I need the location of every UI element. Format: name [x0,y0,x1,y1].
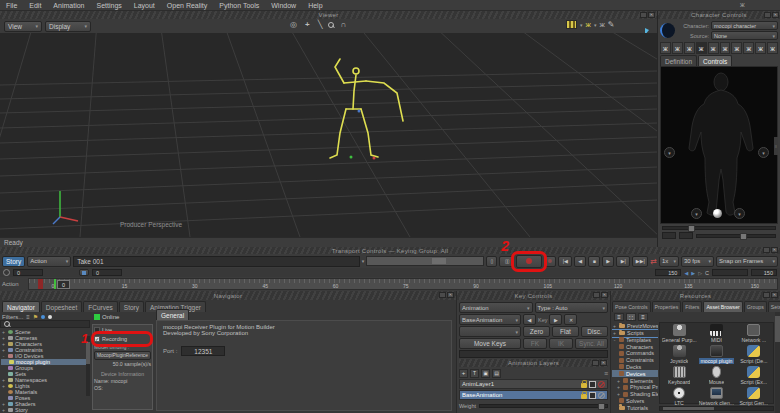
sync-all-button[interactable]: Sync. All [575,338,608,349]
tree-scripts[interactable]: +Scripts [612,330,658,337]
slider-field-a[interactable] [662,232,676,239]
model-binding-dropdown[interactable]: MocopiPluginReference▾ [94,351,151,360]
tab-story[interactable]: Story [119,301,144,312]
action-dropdown[interactable]: Action▾ [27,256,71,267]
zoom-icon[interactable] [328,22,334,28]
pose-icon-8[interactable]: ж [743,42,754,54]
skeleton-display-icon[interactable]: ж [586,20,591,29]
viewer-close-icon[interactable]: ✕ [648,12,655,18]
detail-view-icon[interactable]: ≡ [638,313,648,321]
pencil-icon[interactable]: ✎ [608,20,615,29]
cc-restore-icon[interactable] [764,12,771,18]
playhead[interactable] [54,279,56,290]
source-dropdown[interactable]: None▾ [711,31,778,40]
panel-splitter[interactable]: ≡ [774,137,778,155]
menu-file[interactable]: File [4,2,19,9]
tab-pose-controls[interactable]: Pose Controls [612,301,651,312]
zero-button[interactable]: Zero [523,326,550,337]
asset-grid-hscrollbar[interactable] [659,406,774,411]
start-frame-field[interactable]: 0 [13,269,43,276]
cc-close-icon[interactable]: ✕ [772,12,779,18]
asset-network-client[interactable]: Network clien... [698,387,734,408]
filter-list-icon[interactable]: ≡ [26,314,30,320]
viewport[interactable]: Producer Perspective [0,33,657,237]
tab-filters[interactable]: Filters [682,301,702,312]
start-frame-field-2[interactable]: 0 [92,269,122,276]
character-slider[interactable] [662,226,776,230]
pose-icon-6[interactable]: ж [720,42,731,54]
asset-script-example[interactable]: Script (Ex... [736,366,772,387]
filter-flag-icon[interactable]: ⚑ [33,313,38,320]
list-view-icon[interactable]: ≡ [614,313,624,321]
icon-view-icon[interactable]: ∷ [626,313,636,321]
scrub-bar[interactable] [366,256,484,266]
loop-icon[interactable]: ⇄ [650,257,657,266]
stop-button[interactable]: ■ [588,256,600,267]
range-toggle-button[interactable] [79,269,89,276]
center-field[interactable] [712,269,748,276]
delete-key-button[interactable]: ✕ [564,314,577,325]
pose-icon-1[interactable]: ж [660,42,671,54]
take-caret-icon[interactable]: ▾ [362,258,365,264]
reference-sphere[interactable] [713,209,722,218]
resources-vscrollbar[interactable] [775,312,780,413]
new-layer-icon[interactable]: + [459,369,468,378]
goto-start-button[interactable]: |◀ [558,256,572,267]
goto-end-button[interactable]: ▶▶| [632,256,648,267]
character-icon[interactable]: ж [599,20,604,29]
menu-settings[interactable]: Settings [94,2,123,9]
tab-asset-browser[interactable]: Asset Browser [703,301,742,312]
dual-view-toggle[interactable]: ▯▯ [499,256,514,267]
character-representation[interactable]: ▾ ▾ ▾ ▾ ≡ [660,66,778,224]
layer-row-baseanimation[interactable]: BaseAnimation [459,390,608,400]
res-restore-icon[interactable] [763,292,770,298]
asset-script-generic[interactable]: Script Gen... [736,387,772,408]
slider-field-b[interactable] [679,232,693,239]
tab-sets[interactable]: Sets [768,301,780,312]
fps-dropdown[interactable]: 30 fps▾ [681,256,714,267]
range-play-icon[interactable]: ▷ [698,270,702,276]
asset-midi[interactable]: MIDI [698,324,734,345]
pose-icon-2[interactable]: ж [672,42,683,54]
tree-decks[interactable]: Decks [612,364,658,371]
flip-right-foot-button[interactable]: ▾ [734,208,745,219]
keying-group-dropdown[interactable]: Animation▾ [459,302,533,313]
tree-physical-properties[interactable]: +Physical Properties [612,384,658,391]
single-view-toggle[interactable]: ▯ [486,256,497,267]
menu-edit[interactable]: Edit [27,2,43,9]
orbit-icon[interactable]: ◎ [288,20,299,29]
range-next-icon[interactable]: ▶ [691,270,695,276]
tree-commands[interactable]: Commands [612,350,658,357]
next-key-button[interactable]: ▶ [549,314,562,325]
layer-mute-icon[interactable] [598,392,605,399]
recording-row[interactable]: ✓ Recording 1 [94,335,151,343]
take-start-marker[interactable] [38,279,43,290]
navigator-close-icon[interactable]: ✕ [447,292,454,298]
tab-definition[interactable]: Definition [660,55,697,66]
tree-devices[interactable]: Devices [612,370,658,377]
prev-frame-button[interactable]: ◀ [574,256,586,267]
asset-network[interactable]: Network ... [736,324,772,345]
character-dropdown[interactable]: mocopi character▾ [711,21,778,30]
al-close-icon[interactable]: ✕ [600,360,607,366]
menu-animation[interactable]: Animation [51,2,86,9]
pose-icon-3[interactable]: ж [684,42,695,54]
layer-dropdown[interactable]: BaseAnimation▾ [459,314,521,325]
layer-menu-icon[interactable]: ≡ [604,370,608,377]
asset-general-purpose[interactable]: General Purp... [661,324,697,345]
key-type-dropdown[interactable]: Type : Auto▾ [535,302,609,313]
layer-solo-icon[interactable] [589,381,596,388]
asset-keyboard[interactable]: Keyboard [661,366,697,387]
layer-lock-icon[interactable] [581,383,587,388]
prev-key-button[interactable]: ◀ [523,314,536,325]
tree-constraints[interactable]: Constraints [612,357,658,364]
tab-groups[interactable]: Groups [744,301,767,312]
snap-dropdown[interactable]: Snap on Frames▾ [716,256,778,267]
end-frame-field-2[interactable]: 150 [751,269,777,276]
ik-button[interactable]: IK [549,338,573,349]
tree-templates[interactable]: -Templates [612,337,658,344]
menu-help[interactable]: Help [306,2,324,9]
tree-elements[interactable]: +Elements [612,377,658,384]
navigator-restore-icon[interactable] [439,292,446,298]
flip-left-foot-button[interactable]: ▾ [691,208,702,219]
